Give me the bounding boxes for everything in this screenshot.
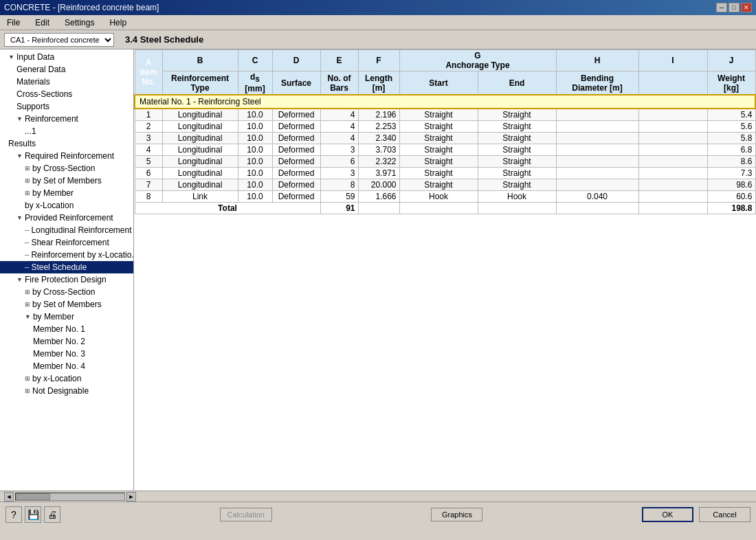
sidebar-item-req-set[interactable]: ⊞by Set of Members [0,175,133,187]
cell-length: 1.666 [358,191,399,203]
sidebar-item-fire-m3[interactable]: Member No. 3 [0,348,133,360]
help-button[interactable]: ? [5,506,22,523]
sidebar-item-cross-sections[interactable]: Cross-Sections [0,88,133,100]
close-button[interactable]: ✕ [741,3,752,12]
cell-bars: 8 [320,179,358,191]
cell-surface: Deformed [272,168,320,179]
col-i-header: I [638,50,707,71]
case-combo[interactable]: CA1 - Reinforced concrete desi... [4,33,114,47]
sidebar-item-fire-cross[interactable]: ⊞by Cross-Section [0,286,133,298]
cell-item: 1 [135,109,162,121]
cell-type: Longitudinal [162,109,238,121]
cell-length: 2.340 [358,133,399,144]
table-row: 2 Longitudinal 10.0 Deformed 4 2.253 Str… [135,121,755,133]
menu-edit[interactable]: Edit [31,16,54,29]
sidebar-item-fire-m1[interactable]: Member No. 1 [0,323,133,335]
cell-total-length [358,203,399,214]
sidebar-item-provided-reinf[interactable]: ▼Provided Reinforcement [0,212,133,224]
expand-icon-notd: ⊞ [25,385,30,396]
cell-end: Straight [478,133,556,144]
cell-ds: 10.0 [238,168,272,179]
cell-end: Straight [478,156,556,168]
cell-start: Straight [399,168,478,179]
minimize-button[interactable]: ─ [716,3,727,12]
cell-type: Longitudinal [162,156,238,168]
col-h-subheader: BendingDiameter [m] [556,71,638,95]
ok-button[interactable]: OK [642,507,693,522]
menu-help[interactable]: Help [105,16,131,29]
table-row: 6 Longitudinal 10.0 Deformed 3 3.971 Str… [135,168,755,179]
cell-type: Longitudinal [162,121,238,133]
expand-icon-reqc: ⊞ [25,163,30,174]
toolbar: CA1 - Reinforced concrete desi... 3.4 St… [0,30,756,49]
cancel-button[interactable]: Cancel [699,507,751,522]
sidebar-item-req-cross[interactable]: ⊞by Cross-Section [0,162,133,175]
table-row: 4 Longitudinal 10.0 Deformed 3 3.703 Str… [135,144,755,156]
cell-length: 3.703 [358,144,399,156]
cell-length: 2.196 [358,109,399,121]
scroll-left-button[interactable]: ◄ [4,492,14,502]
print-button[interactable]: 🖨 [44,506,60,523]
cell-length: 2.322 [358,156,399,168]
sidebar-item-fire-set[interactable]: ⊞by Set of Members [0,298,133,311]
cell-item: 5 [135,156,162,168]
cell-surface: Deformed [272,109,320,121]
expand-icon: ▼ [8,52,14,63]
cell-length: 2.253 [358,121,399,133]
sidebar-item-fire-xloc[interactable]: ⊞by x-Location [0,372,133,385]
cell-empty [638,144,707,156]
sidebar-item-fire-m4[interactable]: Member No. 4 [0,360,133,372]
title-bar: CONCRETE - [Reinforced concrete beam] ─ … [0,0,756,15]
sidebar-item-longi-reinf[interactable]: ─Longitudinal Reinforcement [0,224,133,236]
sidebar-item-shear-reinf[interactable]: ─Shear Reinforcement [0,236,133,249]
col-f-header: F [358,50,399,71]
sidebar-item-fire-m2[interactable]: Member No. 2 [0,335,133,348]
sidebar-item-reinf-1[interactable]: ...1 [0,125,133,137]
menu-file[interactable]: File [3,16,24,29]
sidebar-item-fire-member[interactable]: ▼by Member [0,311,133,323]
menu-bar: File Edit Settings Help [0,15,756,30]
h-scrollbar-thumb [16,493,50,500]
cell-bars: 6 [320,156,358,168]
sidebar-item-general-data[interactable]: General Data [0,63,133,76]
save-button[interactable]: 💾 [25,506,41,523]
col-g-header: GAnchorage Type [399,50,556,71]
table-total-row: Total 91 198.8 [135,203,755,214]
cell-length: 20.000 [358,179,399,191]
graphics-button[interactable]: Graphics [431,508,482,521]
sidebar-item-req-xloc[interactable]: by x-Location [0,199,133,212]
sidebar-item-required-reinf[interactable]: ▼Required Reinforcement [0,150,133,162]
sidebar-item-supports[interactable]: Supports [0,100,133,113]
scroll-right-button[interactable]: ► [126,492,136,502]
sidebar-item-not-designable[interactable]: ⊞Not Designable [0,385,133,397]
sidebar-item-fire-protection[interactable]: ▼Fire Protection Design [0,273,133,286]
steel-schedule-table: AItemNo. B C D E F GAnchorage Type H I J… [134,49,756,214]
col-d-header: D [272,50,320,71]
sidebar-item-req-member[interactable]: ⊞by Member [0,187,133,199]
menu-settings[interactable]: Settings [60,16,98,29]
cell-end: Straight [478,144,556,156]
col-j-header: J [707,50,755,71]
cell-length: 3.971 [358,168,399,179]
sidebar-item-input-data[interactable]: ▼Input Data [0,51,133,63]
sidebar-item-reinforcement[interactable]: ▼Reinforcement [0,113,133,125]
col-c-header: C [238,50,272,71]
calculation-button[interactable]: Calculation [220,508,272,521]
cell-bars: 3 [320,168,358,179]
sidebar-item-results[interactable]: Results [0,137,133,150]
maximize-button[interactable]: □ [729,3,740,12]
h-scrollbar[interactable] [15,493,125,501]
sidebar-item-steel-schedule[interactable]: ─Steel Schedule [0,261,133,273]
cell-empty [638,109,707,121]
cell-total-label: Total [135,203,320,214]
title-bar-controls: ─ □ ✕ [716,3,752,12]
table-row: 5 Longitudinal 10.0 Deformed 6 2.322 Str… [135,156,755,168]
cell-item: 4 [135,144,162,156]
cell-end: Hook [478,191,556,203]
expand-icon-longi: ─ [25,225,29,236]
col-i-subheader [638,71,707,95]
sidebar-item-materials[interactable]: Materials [0,76,133,88]
sidebar-item-reinf-xloc[interactable]: ─Reinforcement by x-Locatio... [0,249,133,261]
material-label: Material No. 1 - Reinforcing Steel [135,95,755,109]
cell-bars: 4 [320,121,358,133]
